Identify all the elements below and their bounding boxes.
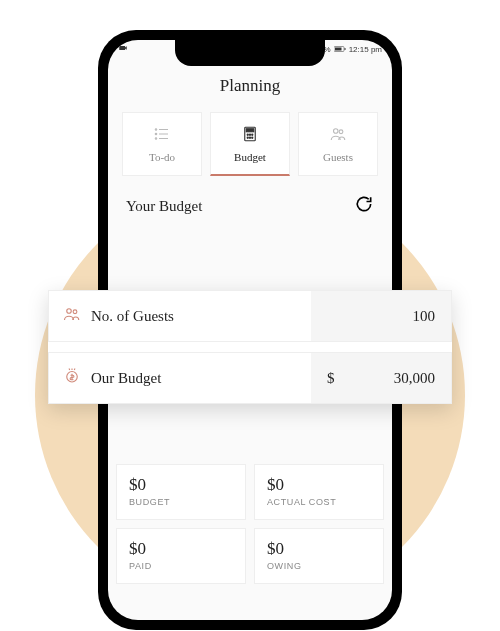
svg-point-14 [252, 134, 253, 135]
svg-point-17 [252, 137, 253, 138]
svg-point-19 [339, 130, 343, 134]
tab-guests[interactable]: Guests [298, 112, 378, 176]
svg-point-13 [249, 134, 250, 135]
stat-value: $0 [267, 475, 371, 495]
tab-budget[interactable]: Budget [210, 112, 290, 176]
tab-todo[interactable]: To-do [122, 112, 202, 176]
people-icon [329, 125, 347, 145]
svg-point-16 [249, 137, 250, 138]
stat-value: $0 [129, 539, 233, 559]
svg-point-18 [334, 129, 339, 134]
stat-owing[interactable]: $0 OWING [254, 528, 384, 584]
budget-row[interactable]: Our Budget $ 30,000 [48, 352, 452, 404]
guests-row[interactable]: No. of Guests 100 [48, 290, 452, 342]
svg-point-6 [155, 133, 157, 135]
guests-value: 100 [311, 291, 451, 341]
stat-label: PAID [129, 561, 233, 571]
svg-point-8 [155, 138, 157, 140]
budget-value: 30,000 [394, 370, 435, 387]
list-icon [153, 125, 171, 145]
stat-budget[interactable]: $0 BUDGET [116, 464, 246, 520]
svg-point-15 [247, 137, 248, 138]
svg-point-12 [247, 134, 248, 135]
stat-paid[interactable]: $0 PAID [116, 528, 246, 584]
svg-rect-2 [335, 48, 342, 51]
calculator-icon [241, 125, 259, 145]
tab-label: Budget [234, 151, 266, 163]
svg-rect-0 [119, 46, 125, 50]
stat-actual-cost[interactable]: $0 ACTUAL COST [254, 464, 384, 520]
stat-value: $0 [267, 539, 371, 559]
svg-point-4 [155, 129, 157, 131]
status-time: 12:15 pm [349, 45, 382, 54]
guests-label: No. of Guests [91, 308, 174, 325]
budget-summary-card: No. of Guests 100 Our Budget $ 30,000 [48, 290, 452, 404]
phone-notch [175, 40, 325, 66]
planning-tabs: To-do Budget Guests [108, 96, 392, 176]
tab-label: To-do [149, 151, 175, 163]
stat-value: $0 [129, 475, 233, 495]
svg-rect-3 [344, 48, 345, 50]
camera-icon [118, 43, 128, 55]
stat-label: BUDGET [129, 497, 233, 507]
battery-icon [334, 45, 346, 53]
svg-point-20 [67, 309, 72, 314]
tab-label: Guests [323, 151, 353, 163]
stat-label: ACTUAL COST [267, 497, 371, 507]
budget-currency: $ [327, 370, 335, 387]
section-title: Your Budget [126, 198, 202, 215]
refresh-button[interactable] [354, 194, 374, 218]
budget-stats: $0 BUDGET $0 ACTUAL COST $0 PAID $0 OWIN… [116, 464, 384, 584]
svg-rect-11 [246, 128, 254, 131]
money-icon [63, 367, 81, 389]
svg-point-21 [73, 310, 77, 314]
stat-label: OWING [267, 561, 371, 571]
people-icon [63, 305, 81, 327]
budget-value-cell: $ 30,000 [311, 353, 451, 403]
budget-label: Our Budget [91, 370, 161, 387]
